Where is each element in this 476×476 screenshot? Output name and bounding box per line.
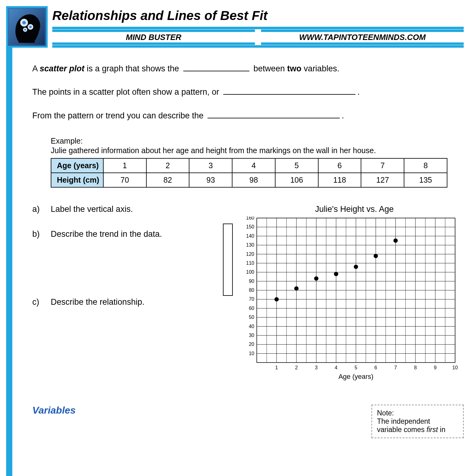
svg-text:110: 110	[246, 260, 254, 266]
table-row: Age (years) 1 2 3 4 5 6 7 8	[51, 158, 447, 173]
q-label: c)	[32, 297, 51, 307]
example: Example: Julie gathered information abou…	[51, 137, 464, 188]
q-label: b)	[32, 229, 51, 239]
svg-text:2: 2	[295, 365, 298, 370]
cell: 93	[189, 173, 232, 187]
subtitle-right: WWW.TAPINTOTEENMINDS.COM	[261, 32, 464, 42]
note-line: The independent	[377, 417, 458, 426]
cell: 135	[404, 173, 447, 187]
cell: 4	[232, 158, 275, 173]
term-scatter-plot: scatter plot	[40, 64, 85, 73]
cell: 2	[146, 158, 189, 173]
blank-1[interactable]	[183, 71, 249, 71]
svg-point-78	[374, 254, 378, 258]
svg-point-76	[334, 272, 338, 276]
logo	[6, 6, 48, 48]
svg-point-75	[314, 276, 319, 281]
svg-point-4	[29, 26, 32, 28]
term-two: two	[287, 64, 302, 73]
chart-title: Julie's Height vs. Age	[251, 204, 458, 214]
brain-gears-icon	[9, 9, 45, 45]
question-b: b)Describe the trend in the data.	[32, 229, 214, 239]
svg-text:120: 120	[246, 252, 254, 257]
text: .	[357, 87, 360, 97]
svg-text:30: 30	[249, 333, 254, 338]
q-text: Label the vertical axis.	[51, 204, 133, 214]
content: A scatter plot is a graph that shows the…	[32, 63, 464, 438]
svg-point-74	[294, 286, 299, 291]
note-line: variable comes first in	[377, 426, 458, 434]
page-title: Relationships and Lines of Best Fit	[52, 8, 268, 23]
svg-text:130: 130	[246, 242, 254, 248]
svg-text:10: 10	[452, 365, 458, 370]
cell: 82	[146, 173, 189, 187]
svg-text:140: 140	[246, 233, 254, 239]
svg-text:Age (years): Age (years)	[339, 373, 374, 380]
svg-text:8: 8	[414, 365, 417, 370]
cell: 8	[404, 158, 447, 173]
svg-point-79	[394, 239, 398, 243]
svg-text:4: 4	[335, 365, 338, 370]
note-label: Note:	[377, 409, 458, 417]
svg-text:10: 10	[249, 351, 254, 356]
questions: a)Label the vertical axis. b)Describe th…	[32, 204, 214, 385]
svg-text:50: 50	[249, 315, 254, 320]
cell: 98	[232, 173, 275, 187]
intro-line-3: From the pattern or trend you can descri…	[32, 110, 464, 121]
svg-text:90: 90	[249, 279, 254, 284]
scatter-plot: 1020304050607080901001101201301401501601…	[240, 216, 458, 383]
svg-point-2	[22, 21, 26, 25]
y-axis-label-box[interactable]	[223, 224, 233, 296]
table-row: Height (cm) 70 82 93 98 106 118 127 135	[51, 173, 447, 187]
svg-text:7: 7	[394, 365, 397, 370]
svg-text:3: 3	[315, 365, 318, 370]
cell: 127	[361, 173, 404, 187]
cell: 3	[189, 158, 232, 173]
variables-heading: Variables	[32, 405, 359, 416]
question-a: a)Label the vertical axis.	[32, 204, 214, 214]
q-label: a)	[32, 204, 51, 214]
svg-text:6: 6	[375, 365, 377, 370]
text: The points in a scatter plot often show …	[32, 87, 221, 97]
svg-text:150: 150	[246, 224, 254, 230]
text: .	[342, 111, 344, 120]
intro-line-2: The points in a scatter plot often show …	[32, 86, 464, 97]
text: variables.	[301, 64, 339, 73]
example-desc: Julie gathered information about her age…	[51, 146, 464, 155]
data-table: Age (years) 1 2 3 4 5 6 7 8 Height (cm) …	[51, 158, 447, 188]
svg-text:60: 60	[249, 306, 254, 311]
svg-text:1: 1	[275, 365, 278, 370]
svg-text:70: 70	[249, 297, 254, 302]
svg-text:100: 100	[246, 270, 254, 275]
svg-text:5: 5	[355, 365, 357, 370]
blank-2[interactable]	[223, 94, 355, 95]
cell: 70	[103, 173, 146, 187]
svg-point-73	[275, 297, 279, 302]
svg-text:80: 80	[249, 288, 254, 293]
cell: 5	[275, 158, 318, 173]
cell: 1	[103, 158, 146, 173]
row2-label: Height (cm)	[51, 173, 103, 187]
svg-point-6	[24, 29, 26, 31]
note-box: Note: The independent variable comes fir…	[371, 405, 464, 438]
svg-text:40: 40	[249, 324, 254, 329]
text: between	[251, 64, 287, 73]
header: Relationships and Lines of Best Fit MIND…	[6, 6, 464, 48]
cell: 7	[361, 158, 404, 173]
cell: 118	[318, 173, 361, 187]
row1-label: Age (years)	[51, 158, 103, 173]
question-c: c)Describe the relationship.	[32, 297, 214, 307]
cell: 6	[318, 158, 361, 173]
svg-text:20: 20	[249, 342, 254, 347]
cell: 106	[275, 173, 318, 187]
left-stripe	[6, 48, 12, 476]
header-bars: MIND BUSTER WWW.TAPINTOTEENMINDS.COM	[52, 25, 464, 48]
intro-line-1: A scatter plot is a graph that shows the…	[32, 63, 464, 74]
text: A	[32, 64, 40, 73]
svg-point-77	[354, 265, 358, 269]
blank-3[interactable]	[208, 118, 340, 118]
example-label: Example:	[51, 137, 464, 145]
svg-text:160: 160	[246, 216, 254, 220]
text: From the pattern or trend you can descri…	[32, 111, 206, 120]
q-text: Describe the trend in the data.	[51, 229, 162, 239]
